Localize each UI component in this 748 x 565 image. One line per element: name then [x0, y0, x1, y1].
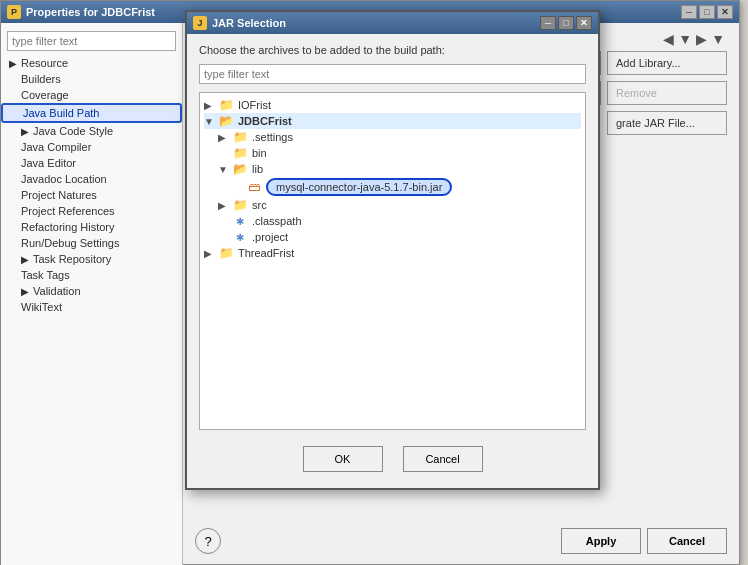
forward2-button[interactable]: ▶ — [694, 31, 709, 47]
sidebar-item-refactoring-history[interactable]: Refactoring History — [1, 219, 182, 235]
sidebar-item-label: Coverage — [21, 89, 69, 101]
help-button[interactable]: ? — [195, 528, 221, 554]
jar-dialog-buttons: OK Cancel — [199, 440, 586, 478]
sidebar-item-label: Builders — [21, 73, 61, 85]
sidebar-item-project-references[interactable]: Project References — [1, 203, 182, 219]
tree-item-label: src — [252, 199, 267, 211]
jar-icon: 🗃 — [246, 180, 262, 194]
migrate-jar-button[interactable]: grate JAR File... — [607, 111, 727, 135]
tree-item-threadfrist[interactable]: ▶ 📁 ThreadFrist — [204, 245, 581, 261]
folder-icon: 📁 — [232, 146, 248, 160]
arrow-icon: ▶ — [21, 126, 29, 137]
sidebar-item-java-build-path[interactable]: Java Build Path — [1, 103, 182, 123]
tree-item-project[interactable]: ▶ ✱ .project — [204, 229, 581, 245]
cancel-button[interactable]: Cancel — [647, 528, 727, 554]
tree-item-settings[interactable]: ▶ 📁 .settings — [204, 129, 581, 145]
tree-item-classpath[interactable]: ▶ ✱ .classpath — [204, 213, 581, 229]
nav-menu-button[interactable]: ▼ — [709, 31, 727, 47]
sidebar-item-label: Resource — [21, 57, 68, 69]
tree-item-label: .project — [252, 231, 288, 243]
properties-titlebar-controls: ─ □ ✕ — [681, 5, 733, 19]
tree-item-label: IOFrist — [238, 99, 271, 111]
arrow-icon: ▶ — [21, 254, 29, 265]
tree-item-jdbcfrist[interactable]: ▼ 📂 JDBCFrist — [204, 113, 581, 129]
tree-item-src[interactable]: ▶ 📁 src — [204, 197, 581, 213]
remove-button[interactable]: Remove — [607, 81, 727, 105]
folder-icon: 📁 — [232, 130, 248, 144]
sidebar-item-label: Refactoring History — [21, 221, 115, 233]
tree-item-iofrist[interactable]: ▶ 📁 IOFrist — [204, 97, 581, 113]
sidebar-item-label: Java Compiler — [21, 141, 91, 153]
sidebar-item-java-editor[interactable]: Java Editor — [1, 155, 182, 171]
close-button[interactable]: ✕ — [717, 5, 733, 19]
sidebar-item-label: Javadoc Location — [21, 173, 107, 185]
sidebar-item-validation[interactable]: ▶ Validation — [1, 283, 182, 299]
tree-item-label: JDBCFrist — [238, 115, 292, 127]
file-icon: ✱ — [232, 214, 248, 228]
sidebar-item-label: Task Tags — [21, 269, 70, 281]
sidebar-item-task-repository[interactable]: ▶ Task Repository — [1, 251, 182, 267]
jar-file-tree[interactable]: ▶ 📁 IOFrist ▼ 📂 JDBCFrist ▶ 📁 .settings … — [199, 92, 586, 430]
properties-title-text: Properties for JDBCFrist — [26, 6, 155, 18]
tree-item-mysql-jar[interactable]: ▶ 🗃 mysql-connector-java-5.1.7-bin.jar — [204, 177, 581, 197]
jar-dialog-titlebar: J JAR Selection ─ □ ✕ — [187, 12, 598, 34]
properties-title-icon: P — [7, 5, 21, 19]
sidebar-item-label: Java Editor — [21, 157, 76, 169]
bottom-buttons: ? Apply Cancel — [191, 520, 731, 558]
jar-minimize-button[interactable]: ─ — [540, 16, 556, 30]
sidebar-item-label: WikiText — [21, 301, 62, 313]
tree-item-label: .settings — [252, 131, 293, 143]
sidebar-search-input[interactable] — [7, 31, 176, 51]
tree-item-label: bin — [252, 147, 267, 159]
apply-button[interactable]: Apply — [561, 528, 641, 554]
cancel-dialog-button[interactable]: Cancel — [403, 446, 483, 472]
jar-filter-input[interactable] — [199, 64, 586, 84]
add-library-button[interactable]: Add Library... — [607, 51, 727, 75]
sidebar-item-run-debug[interactable]: Run/Debug Settings — [1, 235, 182, 251]
arrow-icon: ▶ — [9, 58, 17, 69]
tree-arrow-icon: ▶ — [204, 248, 218, 259]
sidebar-item-label: Java Build Path — [23, 107, 99, 119]
jar-selection-dialog: J JAR Selection ─ □ ✕ Choose the archive… — [185, 10, 600, 490]
sidebar-item-builders[interactable]: Builders — [1, 71, 182, 87]
jar-titlebar-controls: ─ □ ✕ — [540, 16, 592, 30]
back-button[interactable]: ◀ — [661, 31, 676, 47]
folder-open-icon: 📂 — [218, 114, 234, 128]
sidebar-item-coverage[interactable]: Coverage — [1, 87, 182, 103]
forward-button[interactable]: ▼ — [676, 31, 694, 47]
tree-arrow-icon: ▶ — [218, 200, 232, 211]
tree-item-lib[interactable]: ▼ 📂 lib — [204, 161, 581, 177]
sidebar-item-java-code-style[interactable]: ▶ Java Code Style — [1, 123, 182, 139]
minimize-button[interactable]: ─ — [681, 5, 697, 19]
tree-arrow-icon: ▼ — [204, 116, 218, 127]
tree-item-label: mysql-connector-java-5.1.7-bin.jar — [266, 178, 452, 196]
maximize-button[interactable]: □ — [699, 5, 715, 19]
sidebar-item-wikitext[interactable]: WikiText — [1, 299, 182, 315]
sidebar-item-label: Run/Debug Settings — [21, 237, 119, 249]
tree-arrow-icon: ▶ — [204, 100, 218, 111]
file-icon: ✱ — [232, 230, 248, 244]
sidebar-item-java-compiler[interactable]: Java Compiler — [1, 139, 182, 155]
sidebar-item-project-natures[interactable]: Project Natures — [1, 187, 182, 203]
jar-title-text: JAR Selection — [212, 17, 286, 29]
tree-arrow-icon: ▼ — [218, 164, 232, 175]
sidebar-item-resource[interactable]: ▶ Resource — [1, 55, 182, 71]
sidebar-item-label: Task Repository — [33, 253, 111, 265]
jar-description: Choose the archives to be added to the b… — [199, 44, 586, 56]
jar-close-button[interactable]: ✕ — [576, 16, 592, 30]
jar-maximize-button[interactable]: □ — [558, 16, 574, 30]
folder-open-icon: 📂 — [232, 162, 248, 176]
tree-arrow-icon: ▶ — [218, 132, 232, 143]
tree-item-label: ThreadFrist — [238, 247, 294, 259]
sidebar-item-task-tags[interactable]: Task Tags — [1, 267, 182, 283]
sidebar-item-label: Validation — [33, 285, 81, 297]
tree-item-bin[interactable]: ▶ 📁 bin — [204, 145, 581, 161]
arrow-icon: ▶ — [21, 286, 29, 297]
tree-item-label: lib — [252, 163, 263, 175]
ok-button[interactable]: OK — [303, 446, 383, 472]
folder-icon: 📁 — [232, 198, 248, 212]
sidebar-item-label: Project References — [21, 205, 115, 217]
jar-dialog-body: Choose the archives to be added to the b… — [187, 34, 598, 488]
sidebar-item-label: Java Code Style — [33, 125, 113, 137]
sidebar-item-javadoc-location[interactable]: Javadoc Location — [1, 171, 182, 187]
